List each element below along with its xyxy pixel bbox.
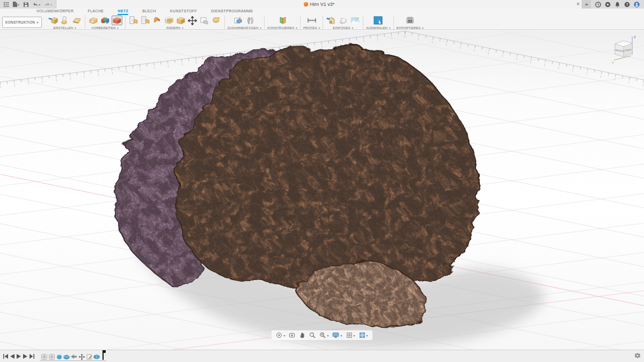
aendern-caret-icon: ▾ bbox=[182, 26, 184, 29]
timeline-feature-strip bbox=[40, 351, 106, 361]
workspace-selector[interactable]: KONSTRUKTION ▾ bbox=[2, 17, 42, 28]
group-label-exportieren[interactable]: EXPORTIEREN ▾ bbox=[397, 26, 424, 29]
erase-and-fill-icon[interactable] bbox=[152, 16, 163, 25]
solid-icon[interactable] bbox=[175, 16, 186, 25]
canvas-image-icon[interactable] bbox=[349, 16, 360, 25]
tab-dienstprogramme[interactable]: DIENSTPROGRAMME bbox=[211, 9, 253, 15]
fit-icon[interactable]: ▾ bbox=[318, 331, 330, 339]
combine-feature-icon[interactable] bbox=[93, 353, 100, 360]
viewcube-cube[interactable]: HINTEN LINKS bbox=[615, 41, 632, 57]
job-status-icon[interactable] bbox=[595, 2, 601, 8]
extensions-icon[interactable] bbox=[605, 2, 611, 8]
group-label-erstellen[interactable]: ERSTELLEN ▾ bbox=[53, 26, 76, 29]
timeline-playhead[interactable] bbox=[101, 350, 105, 360]
ribbon-tabs: VOLUMENKÖRPER FLÄCHE NETZ BLECH KUNSTSTO… bbox=[0, 9, 644, 15]
measure-icon[interactable] bbox=[306, 16, 317, 25]
zoom-icon[interactable] bbox=[308, 331, 317, 339]
close-tab-icon[interactable]: × bbox=[576, 1, 580, 8]
mesh-feature-1-icon[interactable] bbox=[41, 353, 47, 360]
display-settings-icon[interactable]: ▾ bbox=[331, 331, 343, 339]
viewcube[interactable]: Z Y HINTEN LINKS bbox=[608, 33, 640, 67]
create-form-icon[interactable] bbox=[71, 16, 82, 25]
ribbon: VOLUMENKÖRPER FLÄCHE NETZ BLECH KUNSTSTO… bbox=[0, 9, 644, 30]
create-mesh-icon[interactable] bbox=[60, 16, 70, 25]
timeline-bar bbox=[0, 350, 644, 362]
file-icon[interactable]: ▾ bbox=[11, 1, 21, 8]
select-window-icon[interactable] bbox=[373, 16, 384, 25]
paint-mesh-groups-icon[interactable] bbox=[100, 16, 111, 25]
hollow-icon[interactable] bbox=[164, 16, 174, 25]
orbit-icon[interactable]: ▾ bbox=[275, 331, 286, 339]
tab-volumenkoerper[interactable]: VOLUMENKÖRPER bbox=[36, 9, 74, 15]
body-feature-icon[interactable] bbox=[56, 353, 62, 360]
fusion-logo-icon bbox=[304, 2, 308, 6]
export-3d-print-icon[interactable] bbox=[405, 16, 415, 25]
group-zusammenfuegen: ZUSAMMENFÜGEN ▾ bbox=[224, 16, 265, 29]
new-component-icon[interactable] bbox=[233, 16, 244, 25]
group-konstruieren: KONSTRUIEREN ▾ bbox=[264, 16, 300, 29]
workspace-caret-icon: ▾ bbox=[36, 21, 38, 24]
mesh-feature-2-icon[interactable] bbox=[48, 353, 55, 360]
tab-kunststoff[interactable]: KUNSTSTOFF bbox=[170, 9, 197, 15]
reverse-normal-icon[interactable] bbox=[71, 353, 77, 360]
combine-face-groups-icon[interactable] bbox=[112, 16, 122, 25]
insert-from-file-icon[interactable] bbox=[326, 16, 336, 25]
group-label-auswaehlen[interactable]: AUSWÄHLEN ▾ bbox=[366, 26, 390, 29]
plane-cut-icon[interactable] bbox=[199, 16, 210, 25]
group-label-einfuegen[interactable]: EINFÜGEN ▾ bbox=[333, 26, 353, 29]
smooth-icon[interactable] bbox=[211, 16, 222, 25]
auswaehlen-caret-icon: ▾ bbox=[389, 26, 391, 29]
group-label-vorbereiten[interactable]: VORBEREITEN ▾ bbox=[91, 26, 119, 29]
undo-caret-icon: ▾ bbox=[39, 3, 40, 6]
profile-avatar[interactable] bbox=[634, 2, 640, 8]
move-icon[interactable] bbox=[187, 16, 198, 25]
viewport-canvas[interactable]: Z Y HINTEN LINKS ▾ bbox=[0, 31, 644, 350]
viewcube-z-label: Z bbox=[634, 35, 636, 39]
document-title-text: Hirn V1 v3* bbox=[310, 2, 335, 7]
app-launcher-grid-icon[interactable] bbox=[2, 1, 10, 8]
group-label-pruefen[interactable]: PRÜFEN ▾ bbox=[303, 26, 320, 29]
tab-flaeche[interactable]: FLÄCHE bbox=[87, 9, 104, 15]
viewcube-y-label: Y bbox=[612, 61, 614, 64]
group-label-aendern[interactable]: ÄNDERN ▾ bbox=[166, 26, 184, 29]
help-icon[interactable]: ? bbox=[624, 2, 630, 8]
save-icon[interactable] bbox=[22, 1, 30, 8]
look-at-icon[interactable] bbox=[288, 331, 296, 339]
document-tab[interactable]: Hirn V1 v3* × bbox=[56, 0, 582, 9]
pan-icon[interactable] bbox=[298, 331, 306, 339]
group-label-konstruieren[interactable]: KONSTRUIEREN ▾ bbox=[267, 26, 297, 29]
play-icon[interactable] bbox=[17, 354, 21, 359]
group-einfuegen: EINFÜGEN ▾ bbox=[323, 16, 363, 29]
viewports-icon[interactable]: ▾ bbox=[358, 331, 369, 339]
timeline-settings-gear-icon[interactable] bbox=[634, 351, 641, 361]
go-to-start-icon[interactable] bbox=[3, 354, 8, 359]
base-feature-icon[interactable] bbox=[63, 353, 70, 360]
new-tab-button[interactable]: + bbox=[582, 0, 591, 9]
viewports-caret-icon: ▾ bbox=[367, 334, 368, 337]
group-label-zusammenfuegen[interactable]: ZUSAMMENFÜGEN ▾ bbox=[228, 26, 262, 29]
orbit-caret-icon: ▾ bbox=[283, 334, 285, 337]
pruefen-caret-icon: ▾ bbox=[319, 26, 320, 29]
generate-face-groups-icon[interactable] bbox=[88, 16, 99, 25]
move-feature-icon[interactable] bbox=[78, 353, 85, 360]
grid-and-snaps-icon[interactable]: ▾ bbox=[345, 331, 356, 339]
go-to-end-icon[interactable] bbox=[30, 354, 34, 359]
konstruieren-caret-icon: ▾ bbox=[296, 26, 297, 29]
joint-icon[interactable] bbox=[245, 16, 255, 25]
redo-icon[interactable]: ▾ bbox=[43, 1, 54, 8]
step-back-icon[interactable] bbox=[10, 354, 14, 359]
construction-plane-icon[interactable] bbox=[277, 16, 288, 25]
tab-netz[interactable]: NETZ bbox=[118, 9, 128, 15]
tab-blech[interactable]: BLECH bbox=[142, 9, 156, 15]
edit-feature-icon[interactable] bbox=[86, 353, 92, 360]
insert-mesh-body-icon[interactable] bbox=[338, 16, 348, 25]
step-forward-icon[interactable] bbox=[23, 354, 27, 359]
undo-icon[interactable]: ▾ bbox=[31, 1, 42, 8]
notifications-bell-icon[interactable] bbox=[614, 2, 620, 8]
group-erstellen: ERSTELLEN ▾ bbox=[45, 16, 85, 29]
display-settings-caret-icon: ▾ bbox=[340, 334, 342, 337]
grid-and-snaps-caret-icon: ▾ bbox=[354, 334, 355, 337]
insert-mesh-icon[interactable] bbox=[48, 16, 58, 25]
reduce-icon[interactable] bbox=[140, 16, 151, 25]
remesh-icon[interactable] bbox=[128, 16, 139, 25]
